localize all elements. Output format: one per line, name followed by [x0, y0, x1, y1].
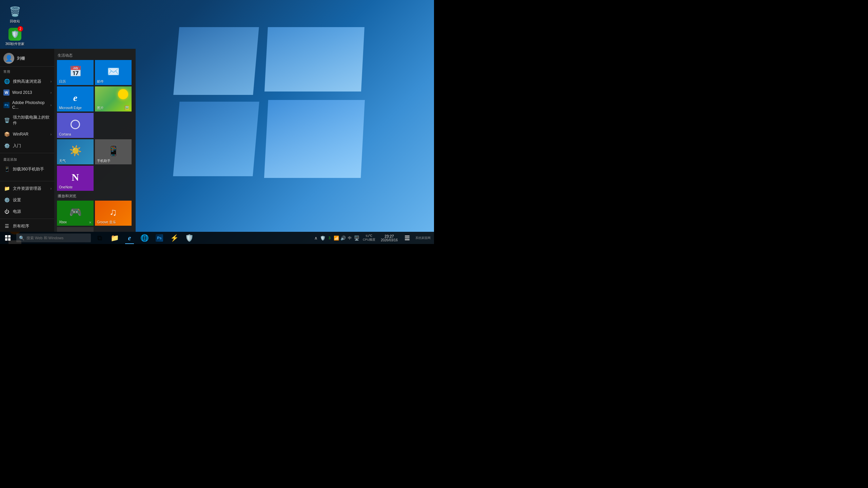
- taskbar-pinned-apps: ⧉ 📁 e 🌐 Ps ⚡ 🛡️: [92, 232, 197, 244]
- calendar-tile-icon: 📅: [69, 65, 82, 77]
- recently-added-label: 最近添加: [0, 155, 54, 163]
- winrar-arrow-icon: ›: [51, 133, 52, 136]
- tray-360[interactable]: 3: [326, 232, 333, 244]
- svg-rect-2: [5, 238, 7, 241]
- tray-monitor[interactable]: 🖥️: [353, 232, 360, 244]
- onenote-tile-label: OneNote: [59, 185, 73, 189]
- menu-item-uninstall360[interactable]: 📱 卸载360手机助手: [0, 163, 54, 175]
- svg-rect-6: [405, 239, 410, 240]
- taskbar-task-view[interactable]: ⧉: [92, 232, 107, 244]
- search-icon: 🔍: [19, 236, 24, 241]
- thunder-taskbar-icon: ⚡: [170, 234, 179, 242]
- action-center-button[interactable]: [401, 232, 413, 244]
- tile-phone[interactable]: 📱 手机助手: [95, 139, 132, 164]
- menu-item-word2013[interactable]: W Word 2013 ›: [0, 87, 54, 98]
- tray-network[interactable]: 📶: [333, 232, 340, 244]
- common-section-label: 常用: [0, 67, 54, 76]
- tiles-section1-label: 生活动态: [57, 52, 133, 60]
- mail-tile-icon: ✉️: [107, 65, 120, 77]
- menu-item-all-apps[interactable]: ☰ 所有程序: [0, 220, 54, 232]
- site-watermark: 系统家园网: [414, 236, 432, 240]
- taskbar-thunder[interactable]: ⚡: [167, 232, 182, 244]
- clock[interactable]: 23:27 2026/03/16: [378, 232, 400, 244]
- start-menu: 👤 刘栅 常用 🌐 搜狗高速浏览器 › W Word 2013 › Ps Ado…: [0, 49, 136, 232]
- search-input[interactable]: [26, 236, 88, 240]
- safe-taskbar-icon: 🛡️: [185, 234, 194, 242]
- svg-rect-3: [8, 238, 11, 241]
- desktop-icon-recycle[interactable]: 🗑️ 回收站: [3, 3, 27, 25]
- svg-rect-5: [405, 238, 410, 239]
- cpu-value: 51℃: [366, 234, 372, 238]
- tile-movies[interactable]: 电影和电视 🎬: [57, 227, 94, 232]
- clock-time: 23:27: [384, 234, 394, 238]
- weather-tile-label: 天气: [59, 159, 66, 163]
- taskbar-photoshop[interactable]: Ps: [152, 232, 167, 244]
- filemgr-icon: 📁: [3, 185, 10, 192]
- clock-date: 2026/03/16: [381, 238, 398, 242]
- svg-rect-4: [405, 236, 410, 237]
- uninstall-icon: 🗑️: [3, 117, 10, 124]
- photo-tile-label: 图片: [97, 106, 104, 110]
- tile-xbox[interactable]: 🎮 Xbox ✕: [57, 201, 94, 226]
- tile-photo[interactable]: 🖼️ 图片: [95, 86, 132, 111]
- tile-onenote[interactable]: N OneNote: [57, 166, 94, 191]
- xbox-tile-label: Xbox: [59, 220, 67, 224]
- menu-item-winrar[interactable]: 📦 WinRAR ›: [0, 128, 54, 140]
- menu-item-startguide[interactable]: ⚙️ 入门: [0, 140, 54, 151]
- taskbar-file-explorer[interactable]: 📁: [107, 232, 122, 244]
- cpu-info: 51℃ CPU频度: [361, 234, 377, 242]
- desktop-icon-360mgr[interactable]: 🛡️ 2 360软件管家: [3, 25, 27, 48]
- menu-item-power[interactable]: ⏻ 电源: [0, 206, 54, 217]
- photoshop-taskbar-icon: Ps: [156, 234, 163, 242]
- tile-edge[interactable]: e Microsoft Edge: [57, 86, 94, 111]
- tile-groove[interactable]: ♫ Groove 音乐: [95, 201, 132, 226]
- start-user-area[interactable]: 👤 刘栅: [0, 49, 54, 67]
- tiles-row1: 📅 日历 ✉️ 邮件: [57, 60, 133, 85]
- start-button[interactable]: [0, 232, 16, 244]
- taskbar-edge[interactable]: e: [122, 232, 137, 244]
- tray-language[interactable]: 中: [347, 232, 353, 244]
- photo-corner-icon: 🖼️: [124, 105, 130, 110]
- search-bar[interactable]: 🔍: [16, 233, 91, 242]
- guide-label: 入门: [13, 143, 21, 149]
- file-explorer-icon: 📁: [111, 234, 119, 242]
- filemgr-label: 文件资源管理器: [13, 186, 41, 191]
- tile-calendar[interactable]: 📅 日历: [57, 60, 94, 85]
- menu-item-settings[interactable]: ⚙️ 设置: [0, 194, 54, 206]
- user-avatar: 👤: [3, 53, 14, 64]
- tile-mail[interactable]: ✉️ 邮件: [95, 60, 132, 85]
- menu-item-file-mgr[interactable]: 📁 文件资源管理器 ›: [0, 183, 54, 194]
- word-arrow-icon: ›: [51, 91, 52, 95]
- weather-tile-icon: ☀️: [69, 145, 82, 157]
- tray-wifi[interactable]: 🔊: [340, 232, 347, 244]
- tile-weather[interactable]: ☀️ 天气: [57, 139, 94, 164]
- arrow-icon: ›: [51, 80, 52, 83]
- photoshop-label: Adobe Photoshop C...: [12, 100, 51, 110]
- uninstall360-icon: 📱: [3, 166, 10, 172]
- uninstall360-label: 卸载360手机助手: [13, 166, 44, 172]
- tray-chevron[interactable]: ∧: [313, 232, 319, 244]
- sogou-icon: 🌐: [140, 234, 149, 242]
- tiles-row4: 🎮 Xbox ✕ ♫ Groove 音乐 电影和电视 🎬: [57, 201, 133, 232]
- desktop: 🗑️ 回收站 🛡️ 2 360软件管家 W 新建Microsoft... ⚙️ …: [0, 0, 434, 244]
- phone-tile-label: 手机助手: [97, 159, 111, 163]
- tiles-row3: ☀️ 天气 📱 手机助手 N OneNote: [57, 139, 133, 191]
- menu-item-uninstall[interactable]: 🗑️ 强力卸载电脑上的软件: [0, 112, 54, 128]
- uninstall-label: 强力卸载电脑上的软件: [13, 115, 51, 126]
- tile-cortana[interactable]: Cortana: [57, 113, 94, 138]
- menu-item-photoshop[interactable]: Ps Adobe Photoshop C... ›: [0, 98, 54, 112]
- edge-tile-label: Microsoft Edge: [59, 106, 82, 110]
- taskbar-sogou[interactable]: 🌐: [137, 232, 152, 244]
- winrar-icon: 📦: [3, 131, 10, 138]
- tray-security[interactable]: 🛡️: [319, 232, 326, 244]
- allapps-icon: ☰: [3, 223, 10, 229]
- calendar-tile-label: 日历: [59, 80, 66, 84]
- menu-item-browser[interactable]: 🌐 搜狗高速浏览器 ›: [0, 76, 54, 87]
- word2013-label: Word 2013: [12, 90, 32, 95]
- svg-rect-0: [5, 235, 7, 238]
- power-label: 电源: [13, 209, 21, 215]
- sys-tray: ∧ 🛡️ 3 📶 🔊 中 🖥️: [313, 232, 360, 244]
- taskbar-360safe[interactable]: 🛡️: [182, 232, 197, 244]
- guide-icon: ⚙️: [3, 142, 10, 149]
- cpu-label: CPU频度: [363, 238, 375, 242]
